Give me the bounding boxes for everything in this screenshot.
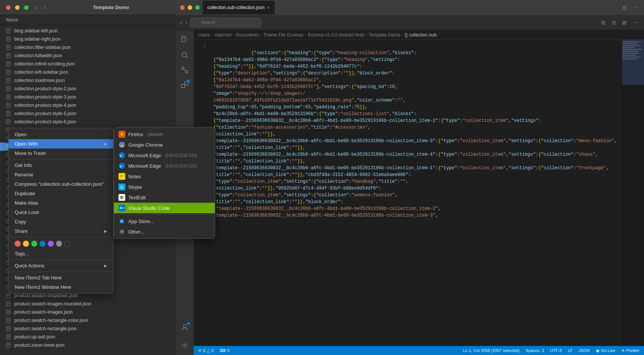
status-line-ending[interactable]: LF: [568, 348, 573, 353]
ctx-compress[interactable]: Compress "collection.sub-collection.json…: [9, 179, 113, 189]
file-item[interactable]: collection.product-style-4.json: [0, 101, 176, 109]
file-icon: [6, 86, 11, 91]
finder-forward-button[interactable]: ›: [43, 3, 47, 12]
status-prettier[interactable]: ✦ Prettier: [621, 348, 639, 353]
file-item[interactable]: collection.loadmore.json: [0, 76, 176, 85]
status-language[interactable]: JSON: [579, 348, 589, 353]
file-item[interactable]: collection.product-style-3.json: [0, 93, 176, 101]
file-item[interactable]: collection.infinit-scrolling.json: [0, 60, 176, 68]
ctx-quick-actions[interactable]: Quick Actions ▶: [9, 261, 113, 270]
ctx-rename[interactable]: Rename: [9, 170, 113, 179]
tab-close-button[interactable]: ×: [267, 5, 270, 11]
breadcrumb-users: Users: [198, 32, 210, 38]
ctx-make-alias[interactable]: Make Alias: [9, 198, 113, 208]
finder-close-button[interactable]: [6, 5, 11, 10]
activity-extensions[interactable]: [178, 78, 191, 92]
app-vscode[interactable]: Visual Studio Code: [114, 203, 215, 213]
layout-split-button[interactable]: ⊟: [610, 19, 618, 26]
file-item[interactable]: product.swatch-images-rounded.json: [0, 300, 176, 308]
svg-rect-141: [182, 36, 185, 42]
app-edge-2[interactable]: e Microsoft Edge (120.0.2210.121): [114, 161, 215, 171]
app-textedit[interactable]: TextEdit: [114, 192, 215, 203]
ctx-duplicate[interactable]: Duplicate: [9, 189, 113, 198]
finder-back-button[interactable]: ‹: [33, 3, 38, 12]
finder-titlebar: ‹ › Template Demo: [0, 0, 176, 15]
file-icon: [6, 36, 11, 42]
split-editor-button[interactable]: ⊟: [621, 4, 628, 11]
ctx-quick-look[interactable]: Quick Look: [9, 208, 113, 217]
ctx-tags[interactable]: Tags...: [9, 249, 113, 258]
status-word-count[interactable]: ⌨ 0: [220, 348, 229, 353]
file-icon: [6, 318, 11, 323]
status-line-col[interactable]: Ln 1, Col 3358 (3357 selected): [463, 348, 519, 353]
layout-button[interactable]: ⊞: [600, 19, 607, 26]
tag-dot-green[interactable]: [31, 241, 37, 247]
ctx-share[interactable]: Share ▶: [9, 226, 113, 236]
file-item[interactable]: collection.fullwidth.json: [0, 52, 176, 60]
ctx-open[interactable]: Open: [9, 130, 113, 139]
vscode-close-button[interactable]: [180, 5, 185, 10]
vscode-tab-active[interactable]: collection.sub-collection.json ×: [203, 1, 275, 14]
activity-files[interactable]: [178, 33, 191, 47]
svg-point-151: [184, 344, 186, 346]
ctx-copy[interactable]: Copy: [9, 217, 113, 226]
app-chrome[interactable]: Google Chrome: [114, 140, 215, 150]
activity-search[interactable]: [178, 48, 191, 62]
vscode-back-button[interactable]: ‹: [180, 19, 182, 26]
file-item[interactable]: product.swatch-images.json: [0, 308, 176, 316]
code-content[interactable]: {"sections":{"heading":{"type":"heading-…: [209, 40, 621, 346]
svg-point-150: [183, 325, 186, 328]
vscode-minimize-button[interactable]: [188, 5, 192, 10]
app-firefox[interactable]: Firefox (default): [114, 129, 215, 140]
app-other[interactable]: ⋯ Other...: [114, 226, 215, 237]
vscode-search-input[interactable]: [190, 18, 261, 27]
app-notes[interactable]: Notes: [114, 171, 215, 182]
tag-dot-purple[interactable]: [48, 241, 54, 247]
file-item[interactable]: collection.product-style-5.json: [0, 109, 176, 118]
tag-dot-red[interactable]: [15, 241, 21, 247]
file-item[interactable]: blog.sidebar-left.json: [0, 27, 176, 35]
tag-dot-orange[interactable]: [23, 241, 29, 247]
ctx-move-trash[interactable]: Move to Trash: [9, 149, 113, 158]
file-item[interactable]: collection.left-sidebar.json: [0, 68, 176, 76]
tag-dot-blue[interactable]: [39, 241, 46, 247]
file-icon: [6, 53, 11, 58]
activity-account[interactable]: [178, 320, 191, 334]
file-item[interactable]: blog.sidebar-right.json: [0, 35, 176, 43]
tag-dot-none[interactable]: [64, 241, 70, 247]
ctx-iterm2-window[interactable]: New iTerm2 Window Here: [9, 282, 113, 292]
file-item[interactable]: product.up-sell.json: [0, 333, 176, 341]
app-store[interactable]: A App Store...: [114, 216, 215, 226]
tag-dot-gray[interactable]: [56, 241, 62, 247]
file-item[interactable]: collection.filter-sidebar.json: [0, 43, 176, 52]
vscode-maximize-button[interactable]: [195, 5, 200, 10]
status-errors[interactable]: ✕ 0 △ 0: [198, 348, 214, 353]
ctx-get-info[interactable]: Get Info: [9, 161, 113, 170]
ctx-iterm2-tab[interactable]: New iTerm2 Tab Here: [9, 273, 113, 282]
file-item[interactable]: product.swatch-rectangle-color.json: [0, 316, 176, 325]
layout-grid-button[interactable]: ⊠: [621, 19, 628, 26]
ctx-open-with[interactable]: Open With ▶: [9, 139, 113, 149]
status-spaces[interactable]: Spaces: 2: [526, 348, 544, 353]
layout-more-button[interactable]: ⋯: [631, 19, 639, 26]
file-item[interactable]: collection.product-style-2.json: [0, 85, 176, 93]
finder-minimize-button[interactable]: [15, 5, 20, 10]
file-item[interactable]: collection.product-style-6.json: [0, 118, 176, 126]
app-skype[interactable]: S Skype: [114, 182, 215, 192]
finder-maximize-button[interactable]: [24, 5, 29, 10]
file-item[interactable]: product.zoom-inner.json: [0, 341, 176, 349]
more-actions-button[interactable]: ⋯: [631, 4, 639, 11]
firefox-icon: [118, 131, 125, 138]
app-edge-1[interactable]: e Microsoft Edge (120.0.2210.133): [114, 150, 215, 161]
file-item[interactable]: product.swatch-rectangle.json: [0, 325, 176, 333]
activity-settings[interactable]: [178, 338, 191, 352]
extensions-badge: [187, 80, 190, 83]
vscode-forward-button[interactable]: ›: [185, 19, 187, 26]
activity-git[interactable]: [178, 63, 191, 77]
status-go-live[interactable]: ◉ Go Live: [596, 348, 615, 353]
minimap-highlight: [622, 40, 644, 85]
breadcrumb-macmini: macmini: [214, 32, 231, 38]
file-name: product.swatch-dropdown.json: [14, 293, 78, 298]
vscode-titlebar-actions: ⊟ ⋯: [621, 4, 639, 11]
status-encoding[interactable]: UTF-8: [550, 348, 562, 353]
